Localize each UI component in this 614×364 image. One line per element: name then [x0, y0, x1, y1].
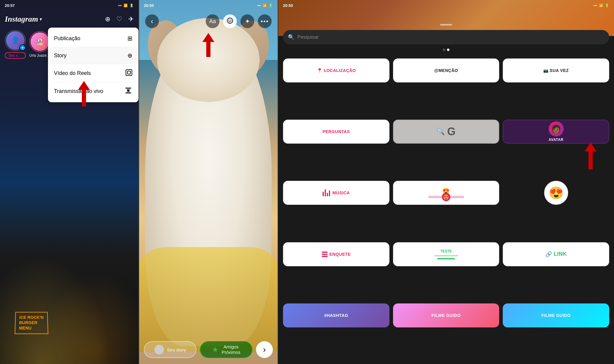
sticker-suavez[interactable]: 📷 SUA VEZ — [503, 58, 609, 82]
sticker-link[interactable]: 🔗 LINK — [503, 242, 609, 266]
filme1-label: FILME GUIDO — [431, 313, 460, 318]
enquete-label: ENQUETE — [329, 252, 351, 257]
close-friends-label: Amigos Próximos — [222, 344, 240, 355]
back-button[interactable]: ‹ — [145, 14, 159, 28]
back-icon: ‹ — [151, 17, 153, 25]
add-story-badge[interactable]: + — [19, 44, 26, 51]
my-story-ring: 👤 + — [5, 30, 26, 51]
sticker-perguntas[interactable]: PERGUNTAS — [283, 120, 389, 144]
close-friends-button[interactable]: ★ Amigos Próximos — [200, 341, 252, 358]
menu-icon-live — [124, 88, 133, 95]
localizacao-label: LOCALIZAÇÃO — [324, 68, 356, 73]
dot-2 — [447, 49, 449, 51]
sticker-musica[interactable]: MÚSICA — [283, 181, 389, 205]
battery-icon-stickers: 🔋 — [605, 4, 609, 7]
red-arrow-story — [78, 81, 90, 106]
svg-point-2 — [127, 90, 129, 91]
location-dot-icon: 📍 — [317, 68, 323, 73]
hashtag-label: #HASHTAG — [324, 313, 348, 318]
wifi-icon-stickers: 📶 — [599, 4, 603, 7]
sticker-tool-button[interactable] — [223, 14, 237, 28]
text-tool-button[interactable]: Aa — [206, 14, 219, 28]
heart-icon[interactable]: ♡ — [116, 15, 122, 23]
sticker-mencao[interactable]: @MENÇÃO — [393, 58, 499, 82]
svg-point-5 — [231, 19, 231, 20]
next-button[interactable]: › — [256, 341, 273, 358]
time-story: 20:50 — [144, 3, 154, 8]
instagram-logo[interactable]: Instagram ▾ — [5, 15, 41, 24]
story-arrow-body — [206, 42, 210, 57]
friend-story-avatar: 🏖️ — [31, 32, 49, 51]
link-chain-icon: 🔗 — [545, 251, 552, 258]
avatar-label: AVATAR — [549, 138, 563, 142]
chevron-down-icon[interactable]: ▾ — [39, 17, 41, 22]
friend-story-ring: 🏖️ — [29, 31, 50, 52]
battery-icon-story: 🔋 — [269, 4, 273, 7]
sticker-filme2[interactable]: FILME GUIDO — [503, 303, 609, 327]
messenger-icon[interactable]: ✈ — [128, 15, 134, 23]
panel-home: ICE ROCK'N BURGER MENU 20:57 ▪▪▪ 📶 🔋 Ins… — [0, 0, 139, 364]
mencao-label: @MENÇÃO — [434, 68, 458, 73]
friend-story-label: Uria Juazeiro — [29, 53, 50, 58]
quiz-content: 🔍 G — [437, 125, 455, 138]
more-icon: ••• — [261, 18, 269, 25]
menu-item-reels[interactable]: Vídeo do Reels — [48, 64, 139, 82]
svg-rect-0 — [126, 70, 132, 76]
slider-thumb: 😍 — [442, 193, 450, 201]
menu-label-publicacao: Publicação — [54, 35, 80, 42]
top-bar: Instagram ▾ ⊕ ♡ ✈ — [0, 11, 139, 28]
my-story-button[interactable]: Seu story — [144, 341, 196, 358]
wifi-icon-story: 📶 — [263, 4, 267, 7]
sticker-emoji-slider[interactable]: 😍 😍 — [393, 181, 499, 205]
my-story-label: Seu story — [5, 52, 26, 59]
sticker-emoji[interactable]: 😍 — [544, 181, 568, 205]
top-icons: ⊕ ♡ ✈ — [105, 15, 134, 23]
move-tool-button[interactable]: ✦ — [240, 14, 254, 28]
search-placeholder: Pesquisar — [297, 34, 319, 40]
search-icon: 🔍 — [288, 34, 294, 40]
battery-icon: 🔋 — [130, 4, 134, 7]
sticker-search-bar[interactable]: 🔍 Pesquisar — [283, 30, 609, 44]
sticker-filme1[interactable]: FILME GUIDO — [393, 303, 499, 327]
sticker-quiz[interactable]: 🔍 G — [393, 120, 499, 144]
menu-item-live[interactable]: Transmissão ao vivo — [48, 83, 139, 100]
burger-sign: ICE ROCK'N BURGER MENU — [15, 312, 48, 334]
sticker-quiz-input[interactable]: TESTE — [393, 242, 499, 266]
my-story-item[interactable]: 👤 + Seu story — [5, 30, 26, 59]
status-bar-story: 20:50 ▪▪▪ 📶 🔋 — [139, 0, 278, 11]
music-bars-icon — [323, 189, 330, 196]
friend-story-item[interactable]: 🏖️ Uria Juazeiro — [29, 31, 50, 58]
menu-label-story: Story — [54, 52, 67, 59]
status-icons-stickers: ▪▪▪ 📶 🔋 — [594, 4, 609, 7]
add-post-icon[interactable]: ⊕ — [105, 15, 110, 23]
status-bar: 20:57 ▪▪▪ 📶 🔋 — [0, 0, 139, 11]
quiz-input-title: TESTE — [440, 249, 452, 253]
menu-item-publicacao[interactable]: Publicação ⊞ — [48, 30, 139, 47]
story-tools: Aa ✦ ••• — [206, 14, 272, 28]
arrow-shaft — [82, 90, 86, 106]
bottom-sheet-handle — [440, 24, 452, 25]
more-button[interactable]: ••• — [258, 14, 272, 28]
stickers-grid: 📍 LOCALIZAÇÃO @MENÇÃO 📷 SUA VEZ PERGUNTA… — [278, 55, 614, 364]
sticker-localizacao[interactable]: 📍 LOCALIZAÇÃO — [283, 58, 389, 82]
story-arrow-head — [202, 33, 214, 42]
menu-icon-story: ⊕ — [127, 52, 133, 59]
status-bar-stickers: 20:50 ▪▪▪ 📶 🔋 — [278, 0, 614, 11]
menu-label-reels: Vídeo do Reels — [54, 70, 91, 76]
sticker-enquete[interactable]: ENQUETE — [283, 242, 389, 266]
dropdown-menu: Publicação ⊞ Story ⊕ Vídeo do Reels Tran… — [48, 28, 139, 102]
move-icon: ✦ — [245, 18, 250, 25]
story-red-arrow — [202, 33, 214, 57]
menu-item-story[interactable]: Story ⊕ — [48, 47, 139, 64]
sticker-hashtag[interactable]: #HASHTAG — [283, 303, 389, 327]
search-small-icon: 🔍 — [437, 128, 445, 136]
time: 20:57 — [5, 3, 15, 8]
panel-story: 20:50 ▪▪▪ 📶 🔋 ‹ Aa — [139, 0, 278, 364]
sticker-tool-icon — [227, 17, 233, 25]
suavez-label: SUA VEZ — [550, 68, 569, 73]
sticker-avatar[interactable]: 🧑🏾 AVATAR — [503, 120, 609, 144]
avatar-image: 🧑🏾 — [549, 121, 564, 136]
signal-icon: ▪▪▪ — [118, 4, 122, 7]
camera-icon: 📷 — [543, 68, 548, 73]
sticker-red-arrow — [585, 142, 597, 169]
